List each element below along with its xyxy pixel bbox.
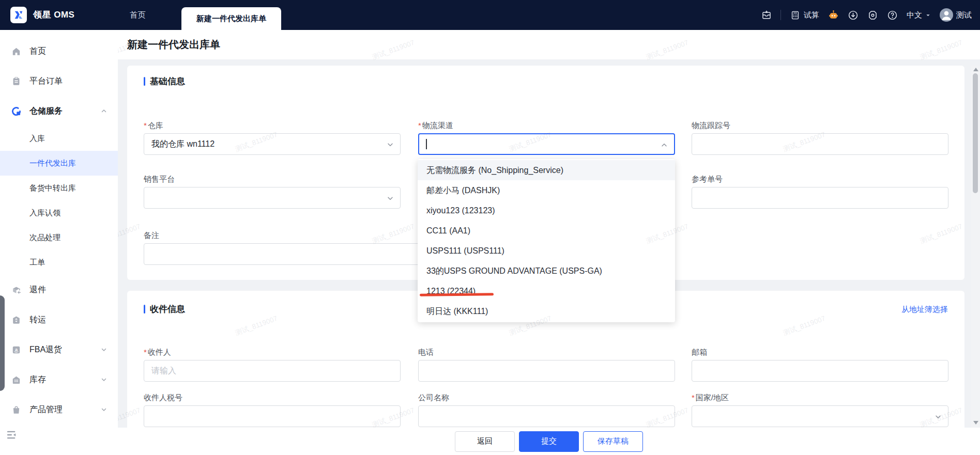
channel-option-1[interactable]: 邮差小马 (DASHJK)	[418, 180, 675, 200]
recipient-input[interactable]: 请输入	[144, 360, 401, 382]
sales-platform-field: 销售平台	[144, 175, 401, 209]
trial-calc-label: 试算	[804, 10, 819, 20]
submit-button[interactable]: 提交	[519, 431, 579, 452]
sidebar-item-label: 一件代发出库	[29, 159, 76, 168]
products-icon	[11, 405, 21, 415]
navbar-actions: 试算 中文 测试	[761, 0, 972, 30]
robot-assistant-icon[interactable]	[828, 10, 839, 21]
basic-info-header: 基础信息	[144, 75, 185, 87]
warehouse-select[interactable]: 我的仓库 wn1112	[144, 133, 401, 155]
sidebar-item-sub-3[interactable]: 入库	[0, 126, 118, 151]
address-book-link[interactable]: 从地址簿选择	[901, 305, 948, 315]
sidebar-item-fba[interactable]: aFBA退货	[0, 335, 118, 365]
sidebar-item-returns[interactable]: 退件	[0, 275, 118, 305]
sidebar-item-label: 入库认领	[29, 208, 60, 218]
sidebar-item-home[interactable]: 首页	[0, 36, 118, 66]
platform-orders-icon	[11, 76, 21, 86]
sidebar-item-sub-5[interactable]: 备货中转出库	[0, 176, 118, 200]
sidebar-item-sub-6[interactable]: 入库认领	[0, 200, 118, 225]
calculator-icon	[790, 10, 801, 21]
sidebar-item-products[interactable]: 产品管理	[0, 395, 118, 425]
sidebar-item-warehouse-service[interactable]: 仓储服务	[0, 96, 118, 126]
scrollbar-down-arrow[interactable]	[973, 421, 978, 425]
help-icon[interactable]	[887, 10, 898, 21]
settings-icon[interactable]	[867, 10, 878, 21]
sidebar-collapse-icon[interactable]	[6, 430, 18, 440]
chevron-down-icon	[100, 376, 108, 383]
text-cursor	[426, 139, 427, 149]
side-edge-handle[interactable]	[0, 295, 5, 391]
nav-tab-active[interactable]: 新建一件代发出库单	[181, 7, 281, 30]
email-input[interactable]	[692, 360, 948, 382]
sidebar-menu: 首页平台订单仓储服务入库一件代发出库备货中转出库入库认领次品处理工单退件转运aF…	[0, 36, 118, 425]
scrollbar-up-arrow[interactable]	[973, 68, 978, 71]
download-icon[interactable]	[848, 10, 859, 21]
channel-option-2[interactable]: xiyou123 (123123)	[418, 200, 675, 221]
channel-option-5[interactable]: 33的USPS GROUND ADVANTAGE (USPS-GA)	[418, 261, 675, 281]
scrollbar[interactable]	[971, 66, 980, 428]
sidebar-item-label: 仓储服务	[29, 106, 63, 117]
warehouse-service-icon	[11, 106, 21, 116]
channel-option-7[interactable]: 明日达 (KKK111)	[418, 301, 675, 321]
trial-calc-button[interactable]: 试算	[790, 10, 819, 21]
sidebar-item-label: 入库	[29, 134, 45, 144]
sidebar-item-inventory[interactable]: 库存	[0, 365, 118, 395]
channel-option-0[interactable]: 无需物流服务 (No_Shipping_Service)	[418, 160, 675, 180]
company-input[interactable]	[418, 405, 675, 427]
reference-no-field: 参考单号	[692, 175, 948, 209]
page-title: 新建一件代发出库单	[127, 38, 220, 52]
chevron-down-icon	[100, 406, 108, 413]
section-bar	[144, 77, 145, 86]
returns-icon	[11, 285, 21, 295]
sidebar-item-label: 首页	[29, 46, 46, 57]
back-button[interactable]: 返回	[455, 431, 515, 452]
warehouse-field: *仓库 我的仓库 wn1112	[144, 121, 401, 155]
sidebar-item-label: 备货中转出库	[29, 183, 76, 193]
app-root: 领星 OMS 首页 新建一件代发出库单 试算	[0, 0, 980, 455]
reference-no-input[interactable]	[692, 187, 948, 209]
language-selector[interactable]: 中文	[907, 10, 931, 20]
sidebar-item-transfer[interactable]: 转运	[0, 305, 118, 335]
email-field: 邮箱	[692, 348, 948, 382]
tracking-no-input[interactable]	[692, 133, 948, 155]
sidebar-item-label: 退件	[29, 285, 46, 295]
chevron-down-icon	[100, 346, 108, 353]
sidebar-item-sub-4[interactable]: 一件代发出库	[0, 151, 118, 176]
logistics-channel-select[interactable]	[418, 133, 675, 155]
logistics-channel-field: *物流渠道	[418, 121, 675, 155]
chevron-up-icon	[660, 141, 668, 149]
fba-icon: a	[11, 345, 21, 355]
country-select[interactable]	[692, 405, 948, 427]
channel-option-4[interactable]: USPS111 (USPS111)	[418, 241, 675, 261]
home-icon	[11, 46, 21, 56]
sidebar-item-label: 转运	[29, 315, 46, 325]
phone-field: 电话	[418, 348, 675, 382]
save-draft-button[interactable]: 保存草稿	[583, 431, 643, 452]
sidebar-item-sub-8[interactable]: 工单	[0, 250, 118, 275]
sidebar-item-sub-7[interactable]: 次品处理	[0, 225, 118, 250]
tax-no-field: 收件人税号	[144, 394, 401, 427]
main-content: 新建一件代发出库单 基础信息 *仓库 我的仓库 wn1112 *物流渠道	[118, 30, 980, 455]
recipient-info-header: 收件信息	[144, 303, 185, 315]
phone-input[interactable]	[418, 360, 675, 382]
user-menu[interactable]: 测试	[940, 8, 972, 22]
inventory-icon	[11, 375, 21, 385]
channel-option-3[interactable]: CC11 (AA1)	[418, 221, 675, 241]
message-icon[interactable]	[761, 10, 772, 21]
top-navbar: 领星 OMS 首页 新建一件代发出库单 试算	[0, 0, 980, 30]
sidebar-item-platform-orders[interactable]: 平台订单	[0, 66, 118, 96]
channel-option-6[interactable]: 1213 (22344)	[418, 281, 675, 301]
chevron-down-icon	[925, 12, 931, 18]
warehouse-value: 我的仓库 wn1112	[151, 139, 215, 150]
country-field: *国家/地区	[692, 394, 948, 427]
scrollbar-thumb[interactable]	[973, 73, 978, 193]
avatar	[940, 8, 953, 22]
nav-tab-home[interactable]: 首页	[130, 0, 146, 30]
chevron-down-icon	[386, 194, 394, 202]
tax-no-input[interactable]	[144, 405, 401, 427]
sales-platform-select[interactable]	[144, 187, 401, 209]
username: 测试	[956, 10, 972, 20]
sidebar-item-label: 工单	[29, 258, 45, 268]
page-title-bar: 新建一件代发出库单	[118, 30, 980, 59]
navbar-divider	[780, 10, 781, 20]
